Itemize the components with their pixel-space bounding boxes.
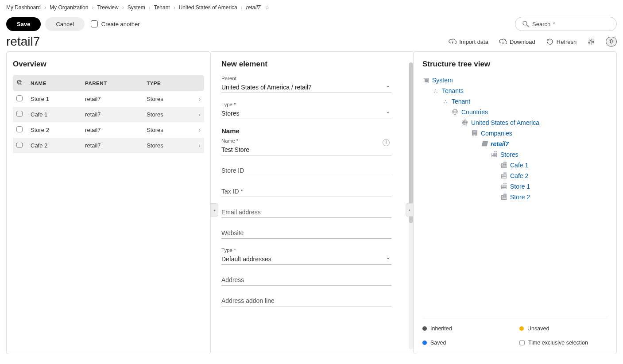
svg-point-3	[591, 40, 592, 41]
toolbar: Import data Download Refresh 0	[449, 37, 617, 46]
parent-value: United States of America / retail7	[221, 84, 391, 91]
crumb[interactable]: My Organization	[50, 4, 88, 11]
store-id-field[interactable]: Store ID	[221, 163, 391, 176]
tree-node-store1[interactable]: 🏬︎Store 1	[500, 181, 608, 192]
tree-node-cafe1[interactable]: 🏬︎Cafe 1	[500, 160, 608, 170]
dot-icon	[422, 326, 427, 331]
type-label: Type *	[221, 102, 236, 107]
address-type-label: Type *	[221, 248, 236, 253]
address-addon-field[interactable]: Address addon line	[221, 294, 391, 306]
cell-name: Cafe 1	[27, 107, 81, 122]
address-type-select[interactable]: Type * Default addresses ⌄	[221, 247, 391, 265]
tree-node-tenant[interactable]: ⛬Tenant	[442, 96, 608, 107]
tree-node-stores[interactable]: 🏬︎Stores	[491, 149, 608, 160]
crumb[interactable]: Treeview	[97, 4, 118, 11]
address-field[interactable]: Address	[221, 273, 391, 286]
tree-node-cafe2[interactable]: 🏬︎Cafe 2	[500, 170, 608, 181]
type-select[interactable]: Type * Stores ⌄	[221, 101, 391, 119]
collapse-tree-toggle[interactable]: ‹	[406, 203, 413, 217]
row-checkbox[interactable]	[16, 95, 23, 101]
tenants-icon: ⛬	[432, 87, 439, 94]
svg-point-4	[592, 41, 594, 43]
row-checkbox[interactable]	[16, 126, 23, 132]
select-all-header[interactable]	[13, 75, 27, 91]
table-row[interactable]: Store 2 retail7 Stores ›	[13, 122, 204, 138]
tax-id-field[interactable]: Tax ID *	[221, 184, 391, 197]
tree-node-companies[interactable]: 🏢︎Companies	[471, 128, 608, 139]
tree-node-retail7[interactable]: 🏢︎retail7	[481, 139, 608, 149]
cell-parent: retail7	[81, 138, 143, 153]
refresh-button[interactable]: Refresh	[546, 38, 577, 46]
collapse-overview-toggle[interactable]: ›	[211, 203, 218, 217]
chevron-right-icon[interactable]: ›	[193, 122, 204, 138]
company-icon: 🏢︎	[481, 140, 488, 147]
dot-icon	[519, 326, 524, 331]
table-row[interactable]: Store 1 retail7 Stores ›	[13, 91, 204, 107]
download-label: Download	[510, 39, 535, 45]
scrollbar-thumb[interactable]	[409, 62, 413, 223]
sliders-icon	[587, 38, 595, 46]
required-asterisk: *	[553, 22, 555, 27]
tree-node-tenants[interactable]: ⛬Tenants	[432, 85, 608, 96]
col-type[interactable]: TYPE	[143, 75, 193, 91]
website-placeholder: Website	[221, 229, 391, 236]
cell-parent: retail7	[81, 91, 143, 107]
svg-rect-5	[19, 81, 22, 85]
count-badge[interactable]: 0	[606, 37, 617, 46]
chevron-right-icon[interactable]: ›	[193, 91, 204, 107]
name-field[interactable]: Name * Test Store i	[221, 137, 391, 155]
checkbox-icon[interactable]	[91, 20, 98, 27]
search-field[interactable]: Search*	[515, 17, 617, 31]
save-button[interactable]: Save	[6, 17, 41, 31]
row-checkbox[interactable]	[16, 111, 23, 117]
cell-type: Stores	[143, 91, 193, 107]
dot-icon	[422, 341, 427, 345]
row-checkbox[interactable]	[16, 142, 23, 148]
search-label: Search	[532, 21, 550, 27]
create-another-checkbox[interactable]: Create another	[91, 20, 140, 27]
table-row[interactable]: Cafe 1 retail7 Stores ›	[13, 107, 204, 122]
col-name[interactable]: NAME	[27, 75, 81, 91]
crumb-current[interactable]: retail7	[246, 4, 261, 11]
crumb[interactable]: My Dashboard	[6, 4, 41, 11]
col-parent[interactable]: PARENT	[81, 75, 143, 91]
tree-node-countries[interactable]: 🌐︎Countries	[452, 107, 608, 117]
chevron-down-icon: ⌄	[386, 82, 391, 89]
type-value: Stores	[221, 110, 391, 117]
overview-panel: Overview NAME PARENT TYPE Store 1 retail	[6, 51, 211, 354]
website-field[interactable]: Website	[221, 226, 391, 239]
crumb[interactable]: United States of America	[179, 4, 237, 11]
refresh-label: Refresh	[557, 39, 577, 45]
import-button[interactable]: Import data	[449, 38, 488, 46]
cancel-button[interactable]: Cancel	[45, 17, 84, 31]
chevron-right-icon: ›	[241, 4, 243, 11]
chevron-right-icon[interactable]: ›	[193, 138, 204, 153]
cell-type: Stores	[143, 107, 193, 122]
cell-type: Stores	[143, 122, 193, 138]
favorite-icon[interactable]: ☆	[265, 4, 270, 11]
table-row[interactable]: Cafe 2 retail7 Stores ›	[13, 138, 204, 153]
crumb[interactable]: Tenant	[154, 4, 170, 11]
tree-node-usa[interactable]: 🌐︎United States of America	[461, 117, 608, 128]
cell-name: Cafe 2	[27, 138, 81, 153]
email-placeholder: Email address	[221, 209, 391, 216]
email-field[interactable]: Email address	[221, 205, 391, 218]
tree-node-store2[interactable]: 🏬︎Store 2	[500, 192, 608, 202]
crumb[interactable]: System	[128, 4, 145, 11]
parent-select[interactable]: Parent United States of America / retail…	[221, 75, 391, 93]
overview-table: NAME PARENT TYPE Store 1 retail7 Stores …	[13, 75, 204, 153]
info-icon[interactable]: i	[383, 139, 390, 146]
tree-node-system[interactable]: ▣System	[422, 75, 608, 85]
store-icon: 🏬︎	[500, 162, 507, 169]
download-button[interactable]: Download	[499, 38, 535, 46]
store-icon: 🏬︎	[500, 194, 507, 201]
filter-button[interactable]	[587, 38, 595, 46]
chevron-right-icon[interactable]: ›	[193, 107, 204, 122]
svg-point-0	[523, 21, 527, 25]
store-icon: 🏬︎	[500, 183, 507, 190]
chevron-right-icon: ›	[44, 4, 46, 11]
breadcrumb: My Dashboard› My Organization› Treeview›…	[0, 0, 623, 15]
cloud-download-icon	[499, 38, 507, 46]
overview-title: Overview	[13, 60, 204, 69]
legend-inherited: Inherited	[422, 325, 511, 332]
